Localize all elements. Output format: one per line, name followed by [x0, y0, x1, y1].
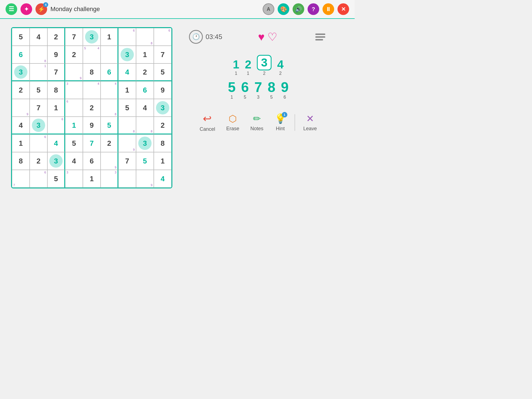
- cell-4-2[interactable]: 1: [47, 99, 65, 117]
- cell-7-5[interactable]: 9: [101, 152, 118, 170]
- num-1[interactable]: 1 1: [233, 59, 239, 76]
- cell-0-0[interactable]: 5: [12, 28, 30, 46]
- num-8[interactable]: 8 5: [268, 80, 275, 100]
- num-6[interactable]: 6 5: [241, 80, 249, 100]
- theme-button[interactable]: A: [263, 3, 274, 15]
- cell-3-1[interactable]: 5: [30, 81, 47, 99]
- cell-6-7[interactable]: 3: [136, 134, 154, 152]
- cell-6-1[interactable]: 6: [30, 134, 47, 152]
- cell-8-1[interactable]: 6: [30, 170, 47, 188]
- help-button[interactable]: ?: [308, 3, 319, 15]
- badge-button[interactable]: ✦: [21, 3, 32, 15]
- sound-button[interactable]: 🔊: [293, 3, 304, 15]
- cell-6-2[interactable]: 4: [47, 134, 65, 152]
- cell-0-7[interactable]: 8: [136, 28, 154, 46]
- cell-5-0[interactable]: 4: [12, 117, 30, 134]
- cell-1-7[interactable]: 1: [136, 46, 154, 63]
- cell-7-8[interactable]: 1: [154, 152, 172, 170]
- cell-3-8[interactable]: 9: [154, 81, 172, 99]
- cell-4-0[interactable]: 9: [12, 99, 30, 117]
- cell-1-8[interactable]: 7: [154, 46, 172, 63]
- cell-4-5[interactable]: 8: [101, 99, 118, 117]
- cell-1-6[interactable]: 3: [118, 46, 136, 63]
- cell-1-5[interactable]: [101, 46, 118, 63]
- cell-7-0[interactable]: 8: [12, 152, 30, 170]
- cell-2-6[interactable]: 4: [118, 63, 136, 81]
- close-button[interactable]: ✕: [337, 3, 349, 15]
- cell-8-4[interactable]: 1: [83, 170, 101, 188]
- num-7[interactable]: 7 3: [254, 80, 262, 100]
- cell-5-4[interactable]: 9: [83, 117, 101, 134]
- cell-3-7[interactable]: 6: [136, 81, 154, 99]
- num-2[interactable]: 2 1: [245, 59, 251, 76]
- palette-button[interactable]: 🎨: [278, 3, 289, 15]
- cell-2-1[interactable]: 1: [30, 63, 47, 81]
- cell-8-7[interactable]: 9: [136, 170, 154, 188]
- cell-5-6[interactable]: 8: [118, 117, 136, 134]
- cell-0-1[interactable]: 4: [30, 28, 47, 46]
- cancel-button[interactable]: ↩ Cancel: [197, 111, 218, 134]
- cell-8-8[interactable]: 4: [154, 170, 172, 188]
- cell-7-3[interactable]: 4: [65, 152, 83, 170]
- cell-3-3[interactable]: 3: [65, 81, 83, 99]
- cell-1-2[interactable]: 9: [47, 46, 65, 63]
- cell-3-5[interactable]: 4: [101, 81, 118, 99]
- cell-4-3[interactable]: 6: [65, 99, 83, 117]
- cell-5-3[interactable]: 1: [65, 117, 83, 134]
- cell-7-7[interactable]: 5: [136, 152, 154, 170]
- cell-0-3[interactable]: 7: [65, 28, 83, 46]
- cell-7-6[interactable]: 7: [118, 152, 136, 170]
- cell-6-6[interactable]: 9: [118, 134, 136, 152]
- cell-0-5[interactable]: 1: [101, 28, 118, 46]
- cell-1-3[interactable]: 2: [65, 46, 83, 63]
- cell-5-2[interactable]: 6: [47, 117, 65, 134]
- cell-2-8[interactable]: 5: [154, 63, 172, 81]
- cell-0-6[interactable]: 6: [118, 28, 136, 46]
- cell-6-0[interactable]: 1: [12, 134, 30, 152]
- cell-8-2[interactable]: 5: [47, 170, 65, 188]
- cell-2-5[interactable]: 6: [101, 63, 118, 81]
- cell-1-1[interactable]: 8: [30, 46, 47, 63]
- cell-3-2[interactable]: 8: [47, 81, 65, 99]
- cell-2-2[interactable]: 7: [47, 63, 65, 81]
- num-9[interactable]: 9 6: [281, 80, 289, 100]
- cell-4-1[interactable]: 7: [30, 99, 47, 117]
- cell-4-6[interactable]: 5: [118, 99, 136, 117]
- cell-6-4[interactable]: 7: [83, 134, 101, 152]
- cell-4-8[interactable]: 3: [154, 99, 172, 117]
- cell-2-0[interactable]: 3: [12, 63, 30, 81]
- cell-6-3[interactable]: 5: [65, 134, 83, 152]
- cell-0-8[interactable]: 6: [154, 28, 172, 46]
- cell-5-5[interactable]: 5: [101, 117, 118, 134]
- pause-button[interactable]: ⏸: [323, 3, 334, 15]
- num-5[interactable]: 5 1: [228, 80, 236, 100]
- sudoku-grid[interactable]: 5427316866892543173179864252583441699716…: [12, 28, 172, 188]
- cell-7-1[interactable]: 2: [30, 152, 47, 170]
- hamburger-menu[interactable]: [313, 31, 328, 43]
- num-4[interactable]: 4 2: [277, 59, 283, 76]
- cell-1-4[interactable]: 54: [83, 46, 101, 63]
- cell-3-0[interactable]: 2: [12, 81, 30, 99]
- hint-button[interactable]: 💡 1 Hint: [272, 111, 289, 133]
- cell-5-7[interactable]: 8: [136, 117, 154, 134]
- cell-1-0[interactable]: 6: [12, 46, 30, 63]
- cell-7-2[interactable]: 3: [47, 152, 65, 170]
- cell-5-1[interactable]: 3: [30, 117, 47, 134]
- cell-2-7[interactable]: 2: [136, 63, 154, 81]
- cell-3-4[interactable]: 4: [83, 81, 101, 99]
- cell-6-5[interactable]: 2: [101, 134, 118, 152]
- menu-button[interactable]: ☰: [6, 3, 17, 15]
- cell-8-0[interactable]: 7: [12, 170, 30, 188]
- cell-8-5[interactable]: 3: [101, 170, 118, 188]
- leave-button[interactable]: ✕ Leave: [301, 111, 320, 133]
- cell-2-4[interactable]: 8: [83, 63, 101, 81]
- num-3[interactable]: 3 2: [257, 55, 272, 76]
- erase-button[interactable]: ⬡ Erase: [223, 111, 242, 133]
- notes-button[interactable]: ✏ Notes: [247, 111, 266, 133]
- cell-8-6[interactable]: [118, 170, 136, 188]
- cell-3-6[interactable]: 1: [118, 81, 136, 99]
- flash-button[interactable]: ⚡ 4: [35, 3, 47, 15]
- cell-2-3[interactable]: 9: [65, 63, 83, 81]
- cell-4-4[interactable]: 2: [83, 99, 101, 117]
- cell-6-8[interactable]: 8: [154, 134, 172, 152]
